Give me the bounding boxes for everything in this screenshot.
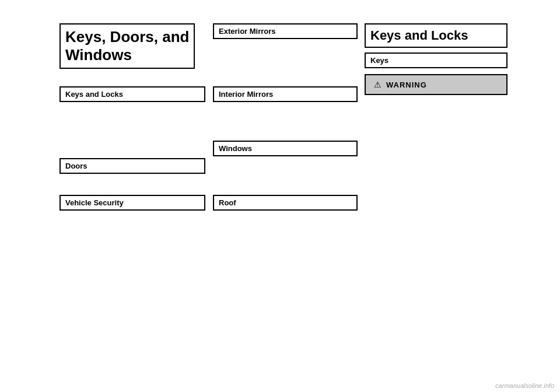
main-title: Keys, Doors, andWindows: [60, 23, 195, 69]
warning-icon: ⚠: [374, 80, 382, 89]
right-column: Keys and Locks Keys ⚠ WARNING: [356, 0, 548, 392]
warning-label: WARNING: [386, 80, 427, 89]
mid-spacer-3: [213, 160, 350, 195]
section-header-doors[interactable]: Doors: [60, 158, 205, 174]
section-header-keys-and-locks[interactable]: Keys and Locks: [60, 86, 205, 102]
page-container: Keys, Doors, andWindows Keys and Locks D…: [0, 0, 560, 392]
mid-spacer-1: [213, 43, 350, 86]
right-section-header-keys[interactable]: Keys: [365, 52, 508, 68]
section-header-windows[interactable]: Windows: [213, 141, 358, 156]
middle-column: Exterior Mirrors Interior Mirrors Window…: [207, 0, 356, 392]
left-spacer-2: [60, 177, 195, 195]
watermark: carmanualsoline.info: [495, 382, 554, 389]
section-header-interior-mirrors[interactable]: Interior Mirrors: [213, 86, 358, 102]
mid-spacer-2: [213, 106, 350, 141]
left-spacer-1: [60, 106, 195, 152]
section-header-roof[interactable]: Roof: [213, 195, 358, 211]
section-header-vehicle-security[interactable]: Vehicle Security: [60, 195, 205, 211]
left-column: Keys, Doors, andWindows Keys and Locks D…: [0, 0, 207, 392]
section-header-exterior-mirrors[interactable]: Exterior Mirrors: [213, 23, 358, 39]
right-title-keys-and-locks: Keys and Locks: [365, 23, 508, 48]
warning-box: ⚠ WARNING: [365, 74, 508, 95]
